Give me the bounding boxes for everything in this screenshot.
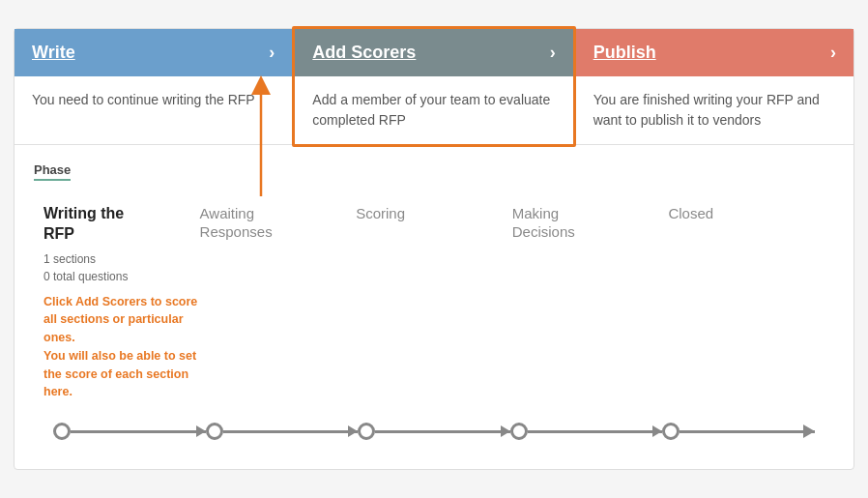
timeline-dot-5 xyxy=(662,423,680,440)
scorers-card-title: Add Scorers xyxy=(312,43,416,63)
timeline-seg-1 xyxy=(71,430,206,433)
write-card-title: Write xyxy=(32,43,75,63)
phase-step-making-decisions: MakingDecisions xyxy=(512,204,669,242)
phase-label: Phase xyxy=(34,162,71,181)
timeline-seg-4 xyxy=(528,430,663,433)
phase-step-name-closed: Closed xyxy=(668,204,713,223)
cards-row: Write › You need to continue writing the… xyxy=(14,29,854,144)
phase-step-awaiting: AwaitingResponses xyxy=(200,204,357,242)
phase-step-writing: Writing theRFP 1 sections0 total questio… xyxy=(43,204,200,401)
phase-step-info-writing: 1 sections0 total questions xyxy=(43,250,128,285)
timeline-arrow-1 xyxy=(196,425,206,437)
phase-step-scoring: Scoring xyxy=(356,204,512,223)
write-card[interactable]: Write › You need to continue writing the… xyxy=(14,29,292,144)
phase-step-name-writing: Writing theRFP xyxy=(43,204,124,245)
publish-card-title: Publish xyxy=(593,43,656,63)
phase-step-name-awaiting: AwaitingResponses xyxy=(200,204,273,242)
publish-card-body: You are finished writing your RFP and wa… xyxy=(576,76,854,144)
scorers-chevron-icon: › xyxy=(550,43,556,63)
main-container: Write › You need to continue writing the… xyxy=(14,28,854,470)
callout-text: Click Add Scorers to score all sections … xyxy=(43,293,200,402)
write-card-header[interactable]: Write › xyxy=(14,29,292,76)
phase-section: Phase Writing theRFP 1 sections0 total q… xyxy=(14,144,854,469)
timeline-end-arrow xyxy=(803,425,815,438)
phase-step-name-scoring: Scoring xyxy=(356,204,405,223)
scorers-card-wrapper: Add Scorers › Add a member of your team … xyxy=(292,26,575,147)
timeline-dot-2 xyxy=(206,423,223,440)
timeline-seg-3 xyxy=(375,430,510,433)
timeline-dot-3 xyxy=(358,423,375,440)
publish-card[interactable]: Publish › You are finished writing your … xyxy=(576,29,854,144)
timeline-row xyxy=(34,411,834,459)
publish-chevron-icon: › xyxy=(830,43,836,63)
write-card-body: You need to continue writing the RFP xyxy=(14,76,292,144)
bottom-padding xyxy=(34,459,834,469)
timeline-seg-5 xyxy=(680,430,815,433)
timeline-arrow-3 xyxy=(501,425,510,437)
timeline-dot-1 xyxy=(53,423,71,440)
write-chevron-icon: › xyxy=(269,43,275,63)
timeline-dot-4 xyxy=(510,423,528,440)
phase-step-closed: Closed xyxy=(668,204,825,223)
phase-steps-container: Writing theRFP 1 sections0 total questio… xyxy=(34,185,834,411)
phase-step-name-making-decisions: MakingDecisions xyxy=(512,204,575,242)
timeline-arrow-4 xyxy=(652,425,662,437)
scorers-card[interactable]: Add Scorers › Add a member of your team … xyxy=(295,29,572,144)
phase-steps-row: Writing theRFP 1 sections0 total questio… xyxy=(34,185,834,411)
timeline-arrow-2 xyxy=(348,425,358,437)
publish-card-header[interactable]: Publish › xyxy=(576,29,854,76)
scorers-card-header[interactable]: Add Scorers › xyxy=(295,29,572,76)
timeline-seg-2 xyxy=(223,430,359,433)
scorers-card-body: Add a member of your team to evaluate co… xyxy=(295,76,572,144)
